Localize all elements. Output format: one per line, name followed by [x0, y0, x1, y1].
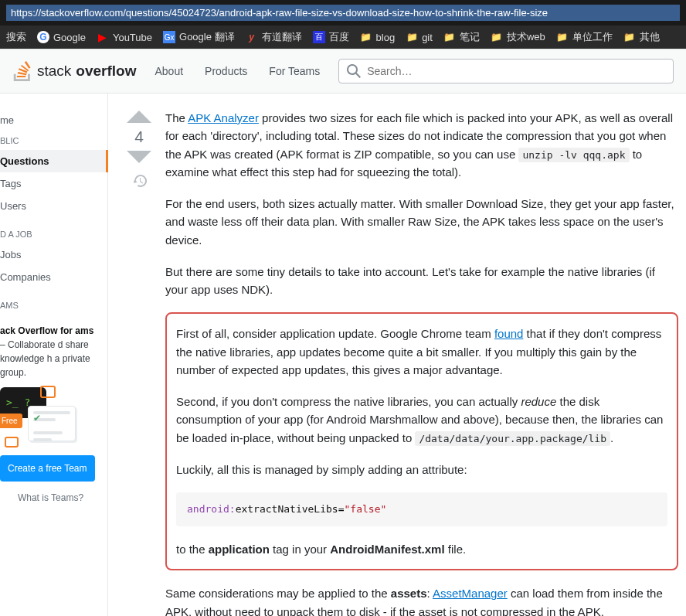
chat-bubble-icon: [5, 437, 19, 448]
site-header: stackoverflow About Products For Teams: [0, 49, 686, 94]
sidebar-home[interactable]: me: [0, 109, 107, 131]
sidebar-header-teams: AMS: [0, 296, 107, 315]
sidebar-jobs[interactable]: Jobs: [0, 243, 107, 266]
folder-icon: 📁: [556, 31, 569, 43]
left-sidebar: me BLIC Questions Tags Users D A JOB Job…: [0, 94, 108, 616]
create-team-button[interactable]: Create a free Team: [0, 455, 95, 482]
bookmark-item[interactable]: ▶YouTube: [97, 31, 152, 43]
downvote-button[interactable]: [127, 151, 151, 163]
paragraph: Second, if you don't compress the native…: [176, 393, 667, 447]
bookmark-item[interactable]: y有道翻译: [246, 30, 302, 44]
bookmark-item[interactable]: 📁笔记: [443, 30, 480, 44]
teams-illustration: >_ ? Free ✔: [0, 387, 85, 441]
folder-icon: 📁: [443, 31, 456, 43]
google-icon: G: [37, 31, 49, 43]
sidebar-header-public: BLIC: [0, 131, 107, 150]
folder-icon: 📁: [623, 31, 636, 43]
top-nav: About Products For Teams: [155, 65, 320, 77]
inline-code: unzip -lv qqq.apk: [518, 148, 629, 162]
bookmark-item[interactable]: 📁blog: [360, 31, 396, 43]
upvote-button[interactable]: [127, 111, 151, 123]
history-icon[interactable]: [132, 174, 147, 188]
assetmanager-link[interactable]: AssetManager: [433, 587, 508, 600]
paragraph: Luckily, all this is managed by simply a…: [176, 461, 667, 478]
teams-desc: – Collaborate d share knowledge h a priv…: [0, 339, 90, 378]
paragraph: But there are some tiny details to take …: [165, 263, 678, 299]
youtube-icon: ▶: [97, 31, 109, 43]
code-block: android:extractNativeLibs="false": [176, 492, 667, 526]
paragraph: to the application tag in your AndroidMa…: [176, 540, 667, 558]
emphasis: reduce: [521, 395, 556, 408]
baidu-icon: 百: [313, 31, 325, 43]
url-input[interactable]: [6, 5, 680, 21]
site-logo[interactable]: stackoverflow: [12, 61, 136, 81]
bookmark-item[interactable]: 📁git: [406, 31, 433, 43]
card-stack-icon: ✔: [28, 406, 76, 441]
search-input[interactable]: [367, 65, 665, 77]
found-link[interactable]: found: [494, 327, 524, 340]
teams-title: ack Overflow for ams: [0, 325, 93, 336]
vote-column: 4: [127, 109, 151, 616]
paragraph: Same considerations may be applied to th…: [165, 584, 678, 616]
bookmark-item[interactable]: 📁单位工作: [556, 30, 613, 44]
folder-icon: 📁: [491, 31, 503, 43]
free-badge: Free: [0, 414, 22, 428]
main-content: 4 The APK Analyzer provides two sizes fo…: [108, 94, 686, 616]
google-translate-icon: Gx: [163, 31, 175, 43]
logo-text-bold: overflow: [76, 63, 136, 80]
vote-score: 4: [134, 128, 144, 146]
bookmark-item[interactable]: GxGoogle 翻译: [163, 30, 235, 44]
sidebar-tags[interactable]: Tags: [0, 172, 107, 195]
bookmark-item[interactable]: 百百度: [313, 30, 349, 44]
bookmark-item[interactable]: 📁技术web: [491, 30, 545, 44]
search-icon: [347, 64, 361, 78]
paragraph: The APK Analyzer provides two sizes for …: [165, 109, 678, 181]
bookmark-item[interactable]: GGoogle: [37, 31, 86, 43]
chat-bubble-icon: [40, 386, 56, 398]
logo-text-thin: stack: [37, 63, 71, 80]
nav-teams[interactable]: For Teams: [269, 65, 320, 77]
bookmark-item[interactable]: 搜索: [6, 30, 26, 44]
inline-code: /data/data/your.app.package/lib: [415, 431, 610, 446]
teams-promo: ack Overflow for ams – Collaborate d sha…: [0, 315, 107, 514]
stackoverflow-icon: [12, 61, 32, 81]
folder-icon: 📁: [360, 31, 372, 43]
search-box[interactable]: [338, 59, 674, 83]
folder-icon: 📁: [406, 31, 418, 43]
sidebar-questions[interactable]: Questions: [0, 150, 108, 172]
what-is-teams-link[interactable]: What is Teams?: [0, 491, 101, 505]
sidebar-companies[interactable]: Companies: [0, 266, 107, 288]
bookmark-item[interactable]: 📁其他: [623, 30, 660, 44]
paragraph: First of all, consider application updat…: [176, 325, 667, 379]
youdao-icon: y: [246, 31, 258, 43]
highlighted-section: First of all, consider application updat…: [165, 312, 678, 570]
sidebar-header-job: D A JOB: [0, 225, 107, 243]
paragraph: For the end users, both sizes actually m…: [165, 195, 678, 249]
apk-analyzer-link[interactable]: APK Analyzer: [188, 111, 259, 124]
browser-url-bar: [0, 0, 686, 26]
nav-about[interactable]: About: [155, 65, 183, 77]
sidebar-users[interactable]: Users: [0, 195, 107, 217]
nav-products[interactable]: Products: [205, 65, 247, 77]
answer-body: The APK Analyzer provides two sizes for …: [165, 109, 678, 616]
bookmarks-bar: 搜索 GGoogle ▶YouTube GxGoogle 翻译 y有道翻译 百百…: [0, 26, 686, 49]
